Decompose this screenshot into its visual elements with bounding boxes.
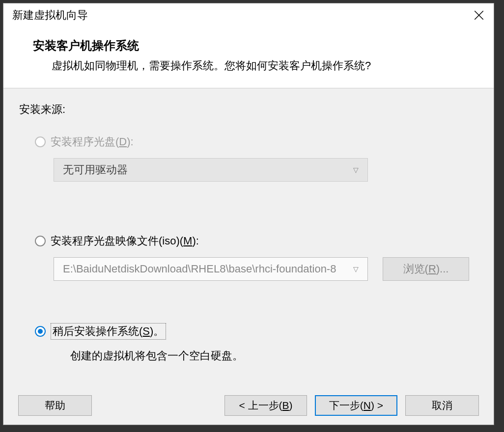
titlebar: 新建虚拟机向导 bbox=[3, 3, 494, 27]
option-install-later[interactable]: 稍后安装操作系统(S)。 bbox=[35, 323, 478, 340]
close-button[interactable] bbox=[469, 5, 489, 25]
chevron-down-icon: ▽ bbox=[353, 166, 359, 174]
dialog-title: 新建虚拟机向导 bbox=[12, 8, 88, 23]
radio-icon bbox=[35, 236, 46, 246]
option-iso-image[interactable]: 安装程序光盘映像文件(iso)(M): bbox=[35, 234, 478, 248]
close-icon bbox=[474, 10, 484, 20]
page-title: 安装客户机操作系统 bbox=[33, 38, 484, 54]
option-installer-disc[interactable]: 安装程序光盘(D): bbox=[35, 135, 478, 149]
back-button[interactable]: < 上一步(B) bbox=[224, 395, 307, 416]
option-install-later-label: 稍后安装操作系统(S)。 bbox=[51, 323, 166, 340]
install-source-label: 安装来源: bbox=[19, 102, 478, 117]
radio-icon bbox=[35, 136, 46, 147]
disc-drive-value: 无可用驱动器 bbox=[63, 162, 128, 177]
chevron-down-icon: ▽ bbox=[353, 265, 359, 273]
radio-icon bbox=[35, 326, 46, 337]
iso-path-row: E:\BaiduNetdiskDownload\RHEL8\base\rhci-… bbox=[54, 257, 478, 281]
install-later-hint: 创建的虚拟机将包含一个空白硬盘。 bbox=[70, 349, 478, 363]
wizard-footer: 帮助 < 上一步(B) 下一步(N) > 取消 bbox=[3, 388, 494, 425]
next-button[interactable]: 下一步(N) > bbox=[315, 395, 397, 416]
iso-path-value: E:\BaiduNetdiskDownload\RHEL8\base\rhci-… bbox=[63, 263, 336, 275]
cancel-button[interactable]: 取消 bbox=[405, 395, 479, 416]
page-description: 虚拟机如同物理机，需要操作系统。您将如何安装客户机操作系统? bbox=[33, 58, 484, 73]
option-installer-disc-label: 安装程序光盘(D): bbox=[51, 135, 134, 149]
browse-button[interactable]: 浏览(R)... bbox=[383, 257, 469, 281]
install-source-radio-group: 安装程序光盘(D): 无可用驱动器 ▽ 安装程序光盘映像文件(iso)(M): … bbox=[19, 135, 478, 363]
option-iso-image-label: 安装程序光盘映像文件(iso)(M): bbox=[51, 234, 199, 248]
content-area: 安装来源: 安装程序光盘(D): 无可用驱动器 ▽ 安装程序光盘映像文件(iso… bbox=[3, 88, 494, 388]
new-vm-wizard-dialog: 新建虚拟机向导 安装客户机操作系统 虚拟机如同物理机，需要操作系统。您将如何安装… bbox=[3, 3, 494, 425]
help-button[interactable]: 帮助 bbox=[18, 395, 92, 416]
iso-path-dropdown[interactable]: E:\BaiduNetdiskDownload\RHEL8\base\rhci-… bbox=[54, 257, 368, 281]
disc-drive-dropdown[interactable]: 无可用驱动器 ▽ bbox=[54, 158, 368, 182]
wizard-header: 安装客户机操作系统 虚拟机如同物理机，需要操作系统。您将如何安装客户机操作系统? bbox=[3, 27, 494, 88]
